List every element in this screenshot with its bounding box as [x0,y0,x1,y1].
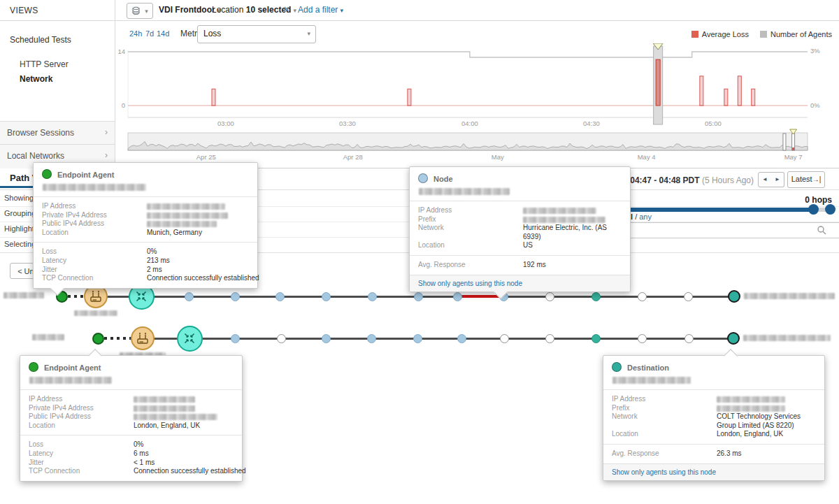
sidebar-section-scheduled-tests[interactable]: Scheduled Tests [10,35,71,45]
path-link[interactable] [235,296,280,298]
path-link[interactable] [326,338,371,340]
hop-node-blue[interactable] [368,292,377,301]
hop-node-blue[interactable] [453,292,462,301]
path-link[interactable] [596,338,642,340]
showing-label: Showing: [4,194,36,202]
hop-node-white[interactable] [684,292,693,301]
hop-node-white[interactable] [638,292,647,301]
tooltip-title: Node [433,175,453,183]
legend-item[interactable]: Average Loss [691,30,749,38]
legend-label: Number of Agents [770,30,832,38]
test-name-dropdown[interactable]: VDI Frontdoor▾ [159,5,220,15]
field-value: COLT Technology Services Group Limited (… [717,412,816,430]
redacted-node-label [74,310,117,316]
path-link[interactable] [280,296,326,298]
field-value: 0% [147,247,157,257]
path-link[interactable] [596,296,642,298]
range-24h-link[interactable]: 24h [129,29,142,38]
path-link[interactable] [550,296,596,298]
path-link[interactable] [503,296,550,298]
next-round-button[interactable]: ► [771,172,784,187]
destination-node[interactable] [728,290,740,303]
latest-button[interactable]: Latest→| [787,171,825,188]
hop-node-white[interactable] [545,334,554,343]
tooltip-field-row: Public IPv4 Address [42,219,249,229]
range-14d-link[interactable]: 14d [157,29,169,38]
path-link[interactable] [642,338,689,340]
loss-timeline-chart[interactable]: 1403%0%03:0003:3004:0004:3005:00 [115,43,839,130]
path-link[interactable] [189,296,235,298]
path-link[interactable] [372,296,418,298]
field-value: 0% [134,440,143,449]
hop-node-blue[interactable] [322,292,331,301]
hop-node-blue[interactable] [231,334,240,343]
hop-node-white[interactable] [277,334,286,343]
path-link[interactable] [326,296,372,298]
path-link[interactable] [642,296,688,298]
range-7d-link[interactable]: 7d [145,29,154,38]
hop-node-blue[interactable] [231,292,240,301]
legend-item[interactable]: Number of Agents [760,30,832,38]
hops-slider-handle-left[interactable] [808,204,819,215]
field-label: IP Address [418,206,523,215]
history-brush-chart[interactable]: Apr 25Apr 28MayMay 4May 7 [115,129,839,164]
svg-text:Apr 28: Apr 28 [343,153,363,161]
hop-node-blue[interactable] [457,334,466,343]
field-value: US [523,241,533,250]
destination-node[interactable] [727,332,740,345]
tooltip-title: Endpoint Agent [57,171,114,179]
hop-node-white[interactable] [684,334,694,343]
hop-node-white[interactable] [638,334,647,343]
hop-node-blue[interactable] [275,292,285,301]
clear-filter-icon[interactable]: × [284,3,289,14]
chart-legend: Average LossNumber of Agents [680,28,832,41]
hop-node-blue[interactable] [185,292,194,301]
endpoint-agent-node[interactable] [92,333,104,345]
hop-node-teal[interactable] [591,334,601,343]
field-label: Loss [29,440,134,449]
path-link[interactable] [550,338,596,340]
sidebar-item-http-server[interactable]: HTTP Server [20,59,69,69]
tooltip-section: Loss0%Latency6 msJitter< 1 msTCP Connect… [20,435,242,480]
chevron-right-icon: › [105,127,108,137]
merged-nodes-node[interactable] [177,326,203,352]
show-only-agents-link[interactable]: Show only agents using this node [612,468,716,476]
hop-node-teal[interactable] [591,292,601,301]
prev-round-button[interactable]: ◄ [758,172,772,187]
field-label: Network [418,224,523,241]
tooltip-field-row: TCP ConnectionConnection successfully es… [29,467,234,476]
metric-select[interactable]: Loss▾ [197,25,316,43]
wireless-router-node[interactable] [131,326,155,350]
path-link[interactable] [417,338,461,340]
sidebar-item-browser-sessions[interactable]: Browser Sessions › [0,121,115,145]
hop-node-blue[interactable] [367,334,376,343]
path-link[interactable] [504,338,550,340]
svg-text:Apr 25: Apr 25 [196,153,216,161]
hop-node-blue[interactable] [413,334,422,343]
path-link[interactable] [418,296,457,298]
tooltip-field-row: Public IPv4 Address [29,412,234,422]
redacted-tooltip-name [612,377,691,384]
hop-node-white[interactable] [500,334,509,343]
path-link[interactable] [461,338,504,340]
add-filter-button[interactable]: Add a filter▾ [298,5,343,15]
redacted-field-value [147,213,228,219]
tooltip-field-row: IP Address [29,395,234,404]
hop-node-blue[interactable] [414,292,423,301]
path-link[interactable] [235,338,281,340]
field-label: Prefix [418,215,523,224]
hops-slider-label: 0 hops [805,195,832,205]
destination-dot-icon [612,362,622,372]
tooltip-field-row: Avg. Response26.3 ms [612,449,816,459]
hop-node-white[interactable] [545,292,554,301]
path-link[interactable] [371,338,417,340]
path-link[interactable] [281,338,326,340]
chevron-down-icon: ▾ [340,7,343,14]
tooltip-section: Loss0%Latency213 msJitter2 msTCP Connect… [34,243,257,287]
test-type-dropdown[interactable]: ▾ [127,3,153,19]
hops-slider-handle-right[interactable] [825,204,836,215]
show-only-agents-link[interactable]: Show only agents using this node [418,280,522,287]
match-any-link[interactable]: any [639,213,652,221]
hop-node-blue[interactable] [322,334,331,343]
sidebar-item-network[interactable]: Network [20,74,52,84]
